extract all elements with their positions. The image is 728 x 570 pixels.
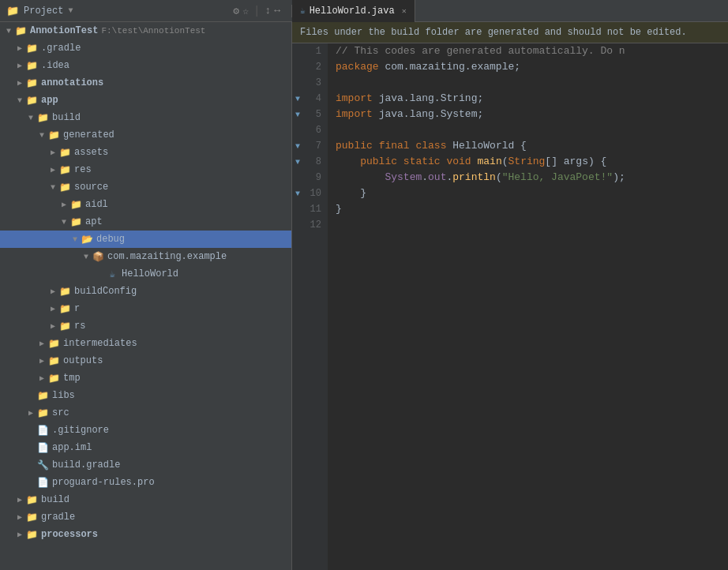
fold-arrow-7[interactable]: ▼ — [295, 142, 300, 151]
tree-item-buildconfig[interactable]: ▶ 📁 buildConfig — [0, 283, 291, 300]
code-string-hello: "Hello, JavaPoet!" — [502, 170, 613, 186]
tab-helloworld[interactable]: ☕ HelloWorld.java ✕ — [292, 0, 415, 22]
star-icon[interactable]: ☆ — [242, 5, 249, 17]
tree-item-debug[interactable]: ▼ 📂 debug — [0, 231, 291, 248]
tree-item-apt[interactable]: ▼ 📁 apt — [0, 213, 291, 231]
line-4: ▼4 — [292, 91, 328, 107]
line-numbers: 1 2 3 ▼4 ▼5 6 ▼7 ▼8 9 ▼10 — [292, 43, 328, 570]
tree-item-generated[interactable]: ▼ 📁 generated — [0, 126, 291, 144]
processors-label: processors — [41, 529, 98, 540]
project-tree[interactable]: ▼ 📁 AnnotionTest F:\test\AnnotionTest ▶ … — [0, 22, 292, 570]
info-message: Files under the build folder are generat… — [300, 27, 687, 38]
expand-icon[interactable]: ↕ — [265, 5, 271, 17]
src-arrow: ▶ — [25, 408, 36, 418]
tree-root[interactable]: ▼ 📁 AnnotionTest F:\test\AnnotionTest — [0, 22, 291, 39]
line-11: 11 — [292, 201, 328, 217]
tree-item-res[interactable]: ▶ 📁 res — [0, 161, 291, 178]
gradle-label: .gradle — [41, 43, 81, 54]
tree-item-assets[interactable]: ▶ 📁 assets — [0, 144, 291, 161]
apt-folder-icon: 📁 — [69, 216, 82, 228]
tree-item-annotations[interactable]: ▶ 📁 annotations — [0, 74, 291, 92]
app-iml-label: app.iml — [52, 442, 92, 453]
helloworld-label: HelloWorld — [122, 268, 178, 279]
code-content[interactable]: // This codes are generated automaticall… — [328, 43, 728, 570]
separator: | — [253, 5, 260, 17]
build-label: build — [52, 112, 81, 123]
root-folder-icon: 📁 — [14, 25, 27, 37]
tree-item-helloworld[interactable]: ☕ HelloWorld — [0, 265, 291, 283]
tab-close-button[interactable]: ✕ — [402, 6, 407, 16]
line-10: ▼10 — [292, 186, 328, 201]
tmp-folder-icon: 📁 — [47, 373, 60, 384]
tree-item-gradle-root[interactable]: ▶ 📁 gradle — [0, 508, 291, 526]
code-method-println: println — [452, 170, 496, 186]
tree-item-source[interactable]: ▼ 📁 source — [0, 178, 291, 196]
tree-item-gradle[interactable]: ▶ 📁 .gradle — [0, 39, 291, 57]
build-arrow: ▼ — [25, 114, 36, 122]
tab-label: HelloWorld.java — [310, 6, 395, 17]
code-line-9: System . out . println ( "Hello, JavaPoe… — [336, 170, 720, 186]
generated-label: generated — [63, 129, 114, 141]
idea-label: .idea — [41, 60, 69, 71]
source-arrow: ▼ — [47, 183, 58, 192]
fold-arrow-5[interactable]: ▼ — [295, 111, 300, 119]
generated-folder-icon: 📁 — [47, 129, 60, 141]
code-line-6 — [336, 122, 720, 138]
tree-item-r[interactable]: ▶ 📁 r — [0, 300, 291, 317]
info-bar: Files under the build folder are generat… — [292, 22, 728, 43]
fold-arrow-10[interactable]: ▼ — [295, 189, 300, 198]
tree-item-outputs[interactable]: ▶ 📁 outputs — [0, 352, 291, 369]
editor-tabs: ☕ HelloWorld.java ✕ — [292, 0, 728, 22]
tree-item-gitignore[interactable]: 📄 .gitignore — [0, 422, 291, 439]
tree-item-build[interactable]: ▼ 📁 build — [0, 109, 291, 126]
tree-item-intermediates[interactable]: ▶ 📁 intermediates — [0, 335, 291, 352]
res-label: res — [74, 164, 92, 175]
outputs-label: outputs — [63, 355, 103, 366]
source-label: source — [74, 182, 108, 193]
collapse-icon[interactable]: ↔ — [274, 5, 280, 17]
tree-item-rs[interactable]: ▶ 📁 rs — [0, 317, 291, 335]
root-label: AnnotionTest — [30, 25, 98, 36]
fold-arrow-4[interactable]: ▼ — [295, 95, 300, 103]
tree-item-libs[interactable]: 📁 libs — [0, 387, 291, 404]
debug-folder-icon: 📂 — [81, 234, 93, 246]
rs-label: rs — [74, 321, 85, 332]
tree-item-tmp[interactable]: ▶ 📁 tmp — [0, 369, 291, 387]
build-root-arrow: ▶ — [14, 495, 25, 504]
tmp-arrow: ▶ — [36, 373, 47, 383]
tree-item-build-gradle[interactable]: 🔧 build.gradle — [0, 456, 291, 474]
src-label: src — [52, 407, 69, 418]
tree-item-aidl[interactable]: ▶ 📁 aidl — [0, 196, 291, 213]
tree-item-src[interactable]: ▶ 📁 src — [0, 404, 291, 422]
line-7: ▼7 — [292, 138, 328, 154]
code-line-4: import java.lang.String; — [336, 91, 720, 107]
processors-folder-icon: 📁 — [25, 529, 38, 541]
gradle-root-folder-icon: 📁 — [25, 512, 38, 523]
code-comment-1: // This codes are generated automaticall… — [336, 43, 625, 59]
tree-item-build-root[interactable]: ▶ 📁 build — [0, 491, 291, 508]
tree-item-idea[interactable]: ▶ 📁 .idea — [0, 57, 291, 74]
gradle-root-arrow: ▶ — [14, 512, 25, 522]
code-line-10: } — [336, 186, 720, 201]
code-line-12 — [336, 217, 720, 233]
rs-arrow: ▶ — [47, 321, 58, 331]
code-line-7: public final class HelloWorld { — [336, 138, 720, 154]
dropdown-arrow[interactable]: ▼ — [68, 6, 73, 15]
java-tab-icon: ☕ — [300, 6, 306, 16]
code-keyword-public2: public — [360, 154, 397, 170]
annotations-folder-icon: 📁 — [25, 77, 38, 89]
tree-item-app[interactable]: ▼ 📁 app — [0, 92, 291, 109]
debug-arrow: ▼ — [69, 235, 81, 244]
rs-folder-icon: 📁 — [58, 321, 71, 332]
r-label: r — [74, 303, 80, 314]
r-folder-icon: 📁 — [58, 303, 71, 315]
tree-item-app-iml[interactable]: 📄 app.iml — [0, 439, 291, 456]
r-arrow: ▶ — [47, 304, 58, 313]
tree-item-processors[interactable]: ▶ 📁 processors — [0, 526, 291, 543]
src-folder-icon: 📁 — [36, 407, 49, 419]
tree-item-proguard[interactable]: 📄 proguard-rules.pro — [0, 474, 291, 491]
package-arrow: ▼ — [81, 253, 92, 261]
fold-arrow-8[interactable]: ▼ — [295, 158, 300, 167]
tree-item-package[interactable]: ▼ 📦 com.mazaiting.example — [0, 248, 291, 265]
settings-icon[interactable]: ⚙ — [233, 5, 239, 17]
